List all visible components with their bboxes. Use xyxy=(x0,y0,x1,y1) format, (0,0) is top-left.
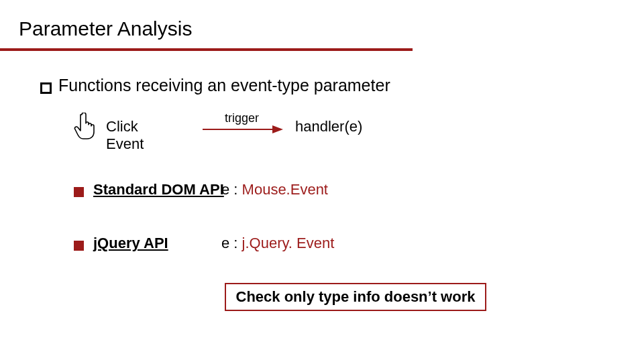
main-bullet-text: Functions receiving an event-type parame… xyxy=(58,76,390,95)
handler-label: handler(e) xyxy=(295,118,362,135)
dom-api-value: e : Mouse.Event xyxy=(221,181,328,198)
dom-type: Mouse.Event xyxy=(242,181,328,198)
jquery-prefix: e : xyxy=(221,235,242,251)
svg-marker-1 xyxy=(272,125,283,133)
dom-api-label: Standard DOM API xyxy=(93,181,224,198)
jquery-api-row: jQuery API xyxy=(74,235,168,252)
slide-title: Parameter Analysis xyxy=(19,17,192,40)
solid-square-bullet-icon xyxy=(74,187,84,197)
pointer-hand-icon xyxy=(74,113,96,140)
trigger-label: trigger xyxy=(225,111,259,125)
jquery-type: j.Query. Event xyxy=(242,235,335,251)
callout-box: Check only type info doesn’t work xyxy=(225,283,486,311)
jquery-api-value: e : j.Query. Event xyxy=(221,235,334,252)
dom-api-row: Standard DOM API xyxy=(74,181,224,198)
dom-prefix: e : xyxy=(221,181,242,198)
solid-square-bullet-icon xyxy=(74,241,84,251)
arrow-icon xyxy=(203,125,283,134)
click-event-label: Click Event xyxy=(106,118,144,153)
slide: Parameter Analysis Functions receiving a… xyxy=(0,0,644,362)
hollow-square-bullet-icon xyxy=(40,82,52,94)
jquery-api-label: jQuery API xyxy=(93,235,168,252)
main-bullet-row: Functions receiving an event-type parame… xyxy=(40,76,390,95)
title-underline xyxy=(0,48,413,51)
